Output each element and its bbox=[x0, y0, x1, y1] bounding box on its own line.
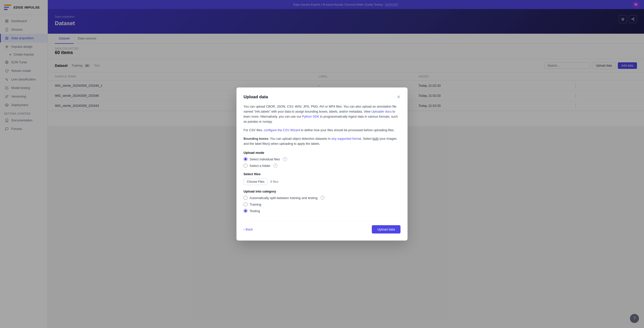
radio-folder-label: Select a folder bbox=[250, 164, 270, 168]
modal-description: You can upload CBOR, JSON, CSV, WAV, JPG… bbox=[244, 104, 400, 124]
radio-folder[interactable]: Select a folder ? bbox=[244, 164, 400, 168]
modal-bounding-desc: Bounding boxes: You can upload object de… bbox=[244, 136, 400, 146]
uploader-docs-link[interactable]: Uploader docs bbox=[371, 110, 392, 113]
back-button[interactable]: ‹ Back bbox=[244, 227, 253, 231]
file-input-area: Choose Files 9 files bbox=[244, 178, 400, 185]
radio-training[interactable]: Training bbox=[244, 202, 400, 206]
csv-wizard-link[interactable]: configure the CSV Wizard bbox=[264, 128, 300, 132]
upload-mode-label: Upload mode bbox=[244, 151, 400, 155]
folder-help-icon[interactable]: ? bbox=[273, 164, 277, 168]
any-format-link[interactable]: any supported format bbox=[332, 137, 361, 140]
radio-individual-files[interactable]: Select individual files ? bbox=[244, 157, 400, 161]
upload-category-group: Automatically split between training and… bbox=[244, 196, 400, 213]
radio-individual-input[interactable] bbox=[244, 157, 248, 161]
upload-data-button[interactable]: Upload data bbox=[372, 225, 400, 233]
select-files-label: Select files bbox=[244, 172, 400, 176]
modal-header: Upload data ✕ bbox=[244, 95, 400, 100]
python-sdk-link[interactable]: Python SDK bbox=[302, 115, 319, 118]
modal-overlay: Upload data ✕ You can upload CBOR, JSON,… bbox=[0, 0, 644, 328]
upload-into-category-label: Upload into category bbox=[244, 190, 400, 193]
radio-testing-input[interactable] bbox=[244, 209, 248, 213]
choose-files-button[interactable]: Choose Files bbox=[244, 178, 268, 185]
upload-mode-group: Select individual files ? Select a folde… bbox=[244, 157, 400, 168]
modal-csv-desc: For CSV files, configure the CSV Wizard … bbox=[244, 128, 400, 133]
modal-footer: ‹ Back Upload data bbox=[244, 221, 400, 233]
radio-auto-split[interactable]: Automatically split between training and… bbox=[244, 196, 400, 200]
individual-help-icon[interactable]: ? bbox=[283, 157, 287, 161]
radio-folder-input[interactable] bbox=[244, 164, 248, 168]
both-text: both bbox=[373, 137, 379, 140]
radio-testing-label: Testing bbox=[250, 209, 260, 213]
auto-split-help-icon[interactable]: ? bbox=[320, 196, 325, 200]
bounding-boxes-label: Bounding boxes: bbox=[244, 137, 269, 140]
radio-auto-split-input[interactable] bbox=[244, 196, 248, 200]
back-chevron-icon: ‹ bbox=[244, 227, 245, 231]
radio-testing[interactable]: Testing bbox=[244, 209, 400, 213]
files-count: 9 files bbox=[270, 180, 278, 183]
modal-close-button[interactable]: ✕ bbox=[397, 95, 400, 99]
radio-individual-label: Select individual files bbox=[250, 157, 280, 161]
upload-modal: Upload data ✕ You can upload CBOR, JSON,… bbox=[236, 87, 408, 241]
radio-training-input[interactable] bbox=[244, 202, 248, 206]
radio-training-label: Training bbox=[250, 203, 261, 206]
modal-title: Upload data bbox=[244, 95, 268, 100]
radio-auto-split-label: Automatically split between training and… bbox=[250, 196, 317, 200]
